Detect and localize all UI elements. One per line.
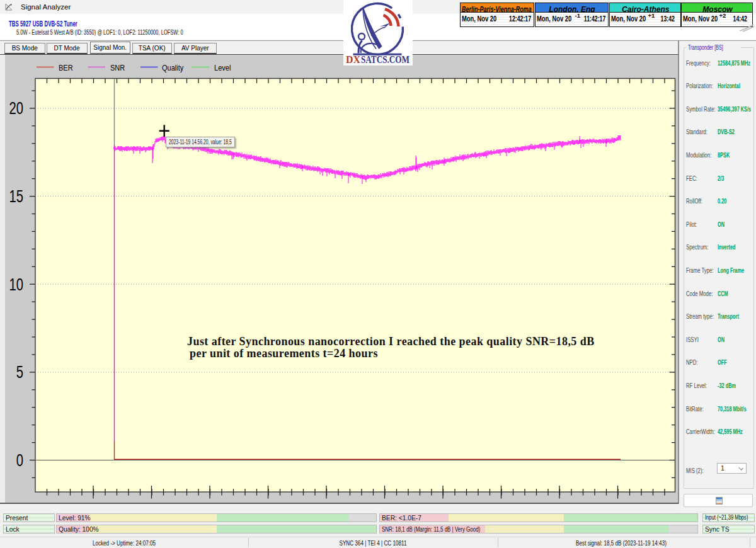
svg-text:10: 10	[9, 275, 23, 294]
svg-text:BER: BER	[59, 63, 73, 72]
svg-text:DX: DX	[346, 53, 360, 66]
svg-text:Level: Level	[214, 63, 231, 72]
svg-text:SATCS.COM: SATCS.COM	[361, 53, 410, 66]
svg-text:20: 20	[9, 99, 23, 118]
svg-text:0: 0	[16, 450, 23, 470]
svg-text:SNR: SNR	[110, 63, 125, 72]
svg-text:5: 5	[16, 363, 23, 382]
svg-text:Quality: Quality	[162, 63, 183, 72]
svg-text:15: 15	[9, 186, 23, 206]
